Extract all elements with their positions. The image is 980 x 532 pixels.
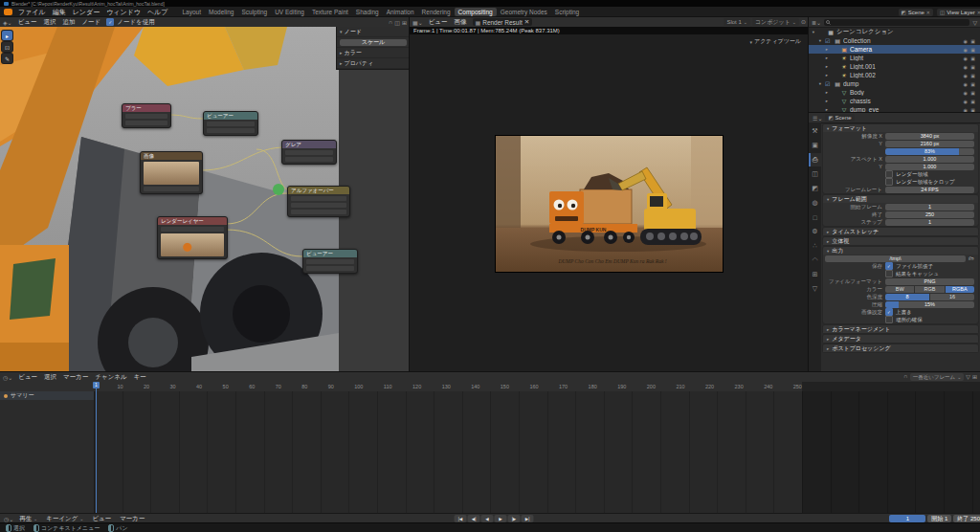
slot-dropdown[interactable]: Slot 1 ⌄ — [724, 18, 750, 26]
color-rgba-option[interactable]: RGBA — [946, 286, 974, 293]
compression-slider[interactable]: 15% — [885, 301, 974, 308]
resolution-y-field[interactable]: 2160 px — [885, 141, 974, 147]
workspace-tab[interactable]: Shading — [352, 8, 383, 16]
menu-item[interactable]: ビュー — [15, 18, 40, 27]
menu-item[interactable]: 編集 — [50, 8, 69, 17]
editor-type-icon[interactable]: ☰⌄ — [813, 115, 822, 122]
placeholders-checkbox[interactable] — [885, 316, 893, 323]
menu-item[interactable]: ウィンドウ — [103, 8, 144, 17]
tab-output[interactable]: ⎙ — [809, 153, 821, 166]
image-canvas[interactable]: ▾ アクティブツール — [410, 34, 809, 372]
file-extensions-checkbox[interactable]: ✓ — [885, 262, 893, 270]
collapsed-panel[interactable]: ▸ カラーマネージメント — [823, 325, 978, 333]
crop-region-checkbox[interactable] — [885, 178, 893, 186]
play-button[interactable]: ▶ — [495, 515, 507, 522]
overwrite-checkbox[interactable]: ✓ — [885, 308, 893, 316]
expand-icon[interactable]: ▸ — [824, 90, 830, 95]
editor-type-icon[interactable]: ◈⌄ — [3, 19, 12, 26]
workspace-tab[interactable]: Compositing — [455, 8, 497, 16]
jump-to-end-button[interactable]: ▶| — [522, 515, 534, 522]
tab-physics[interactable]: ◠ — [809, 254, 821, 267]
collapsed-panel[interactable]: ▸ ポストプロセッシング — [823, 344, 978, 352]
box-select-tool-button[interactable]: ⊡ — [2, 42, 12, 52]
overlay-icon[interactable]: ⊞ — [972, 373, 977, 381]
workspace-tab[interactable]: Modeling — [205, 8, 237, 16]
current-frame-field[interactable]: 1 — [889, 515, 925, 522]
color-rgb-option[interactable]: RGB — [915, 286, 944, 293]
panel-header-format[interactable]: ▾ フォーマット — [823, 124, 978, 132]
workspace-tab[interactable]: Geometry Nodes — [497, 8, 551, 16]
menu-item[interactable]: ノード — [78, 18, 103, 27]
menu-item[interactable]: マーカー — [60, 373, 91, 382]
filter-icon[interactable]: ▽ — [972, 19, 977, 26]
workspace-tab[interactable]: Layout — [178, 8, 205, 16]
workspace-tab[interactable]: Rendering — [418, 8, 455, 16]
tab-view-layer[interactable]: ◫ — [809, 167, 821, 181]
overlays-icon[interactable]: ◫ — [394, 19, 400, 26]
tab-constraints[interactable]: ⊞ — [809, 268, 821, 281]
workspace-tab[interactable]: UV Editing — [271, 8, 308, 16]
tab-particles[interactable]: ∴ — [809, 239, 821, 253]
scene-selector[interactable]: ◩ Scene ✕ — [899, 9, 933, 16]
node-render-layers[interactable]: レンダーレイヤー — [157, 216, 228, 259]
pass-dropdown[interactable]: コンポジット ⌄ — [752, 18, 799, 26]
collection-checkbox[interactable]: ☑ — [825, 80, 832, 87]
menu-item[interactable]: 追加 — [59, 18, 78, 27]
expand-icon[interactable]: ▸ — [824, 55, 830, 60]
outliner-row-light[interactable]: ▸ ☀ Light ◉ ▣ — [809, 54, 980, 62]
annotate-tool-button[interactable]: ✎ — [2, 54, 12, 63]
expand-icon[interactable]: ▸ — [824, 99, 830, 103]
node-color-row[interactable]: ▸ カラー — [337, 48, 410, 58]
visibility-icons[interactable]: ◉ ▣ — [964, 64, 978, 70]
workspace-tab[interactable]: Texture Paint — [308, 8, 352, 16]
editor-type-icon[interactable]: ◷⌄ — [3, 374, 12, 381]
visibility-icons[interactable]: ◉ ▣ — [964, 55, 978, 61]
frame-start-field[interactable]: 開始 1 — [927, 515, 951, 522]
tab-object[interactable]: □ — [809, 211, 821, 224]
backdrop-icon[interactable]: ⊞ — [402, 19, 407, 26]
panel-header-frame-range[interactable]: ▾ フレーム範囲 — [823, 195, 978, 203]
workspace-tab[interactable]: Animation — [383, 8, 418, 16]
workspace-tab[interactable]: Sculpting — [237, 8, 271, 16]
summary-channel[interactable]: サマリー — [0, 391, 94, 400]
view-layer-selector[interactable]: ◫ View Layer ✕ — [937, 9, 980, 16]
tab-render[interactable]: ▣ — [809, 139, 821, 152]
visibility-icons[interactable]: ◉ ▣ — [964, 99, 978, 104]
menu-item[interactable]: ヘルプ — [145, 8, 171, 17]
outliner-row-light-002[interactable]: ▸ ☀ Light.002 ◉ ▣ — [809, 71, 980, 79]
aspect-y-field[interactable]: 1.000 — [885, 164, 974, 170]
node-alpha-over[interactable]: アルファオーバー — [287, 186, 350, 217]
file-format-dropdown[interactable]: PNG — [885, 278, 974, 285]
outliner-row-collection[interactable]: ▾ ☑ ▤ Collection ◉ ▣ — [809, 36, 980, 45]
cache-result-checkbox[interactable] — [885, 270, 893, 277]
editor-type-icon[interactable]: ▦⌄ — [412, 19, 423, 26]
node-image[interactable]: 画像 — [140, 151, 203, 194]
jump-to-start-button[interactable]: |◀ — [455, 515, 467, 522]
outliner-search-input[interactable] — [824, 19, 969, 26]
collection-checkbox[interactable]: ☑ — [825, 37, 832, 44]
node-title[interactable]: アルファオーバー — [288, 187, 349, 194]
pin-icon[interactable]: ⊙ — [801, 18, 806, 26]
aspect-x-field[interactable]: 1.000 — [885, 156, 974, 163]
snapping-icon[interactable]: ∩ — [389, 19, 392, 26]
frame-end-field[interactable]: 終了 250 — [953, 515, 980, 522]
collapsed-panel[interactable]: ▸ メタデータ — [823, 335, 978, 343]
editor-type-icon[interactable]: ◷⌄ — [4, 516, 13, 522]
menu-item[interactable]: 画像 — [452, 18, 470, 27]
unlink-icon[interactable]: ✕ — [926, 10, 930, 15]
editor-type-icon[interactable]: ≣⌄ — [812, 19, 821, 26]
tab-scene[interactable]: ◩ — [809, 182, 821, 195]
node-title[interactable]: ビューアー — [204, 112, 257, 120]
expand-icon[interactable]: ▸ — [824, 64, 830, 69]
visibility-icons[interactable]: ◉ ▣ — [964, 73, 978, 78]
collapsed-panel[interactable]: ▸ タイムストレッチ — [823, 228, 978, 235]
unlink-icon[interactable]: ✕ — [524, 18, 529, 26]
expand-icon[interactable]: ▸ — [824, 73, 830, 78]
tab-modifiers[interactable]: ⚙ — [809, 225, 821, 238]
snap-mode-dropdown[interactable]: 一番近いフレーム ⌄ — [910, 373, 965, 381]
keyframe-area[interactable]: サマリー — [0, 391, 980, 513]
expand-icon[interactable]: ▸ — [824, 47, 830, 52]
menu-item[interactable]: 選択 — [40, 18, 58, 27]
select-tool-button[interactable]: ▸ — [2, 31, 12, 40]
filter-icon[interactable]: ▽ — [966, 373, 970, 381]
